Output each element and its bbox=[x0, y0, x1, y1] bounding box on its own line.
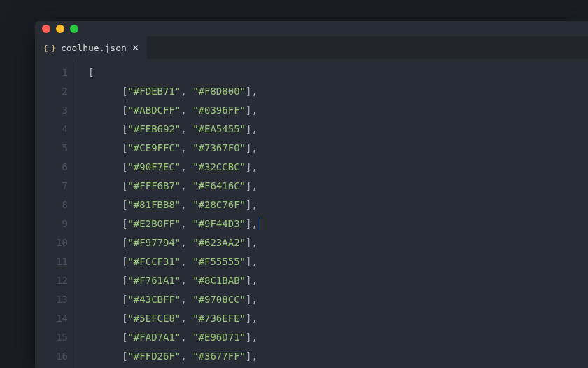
code-line[interactable]: ["#FCCF31", "#F55555"], bbox=[88, 252, 588, 271]
code-line[interactable]: ["#43CBFF", "#9708CC"], bbox=[88, 290, 588, 309]
code-line[interactable]: ["#FAD7A1", "#E96D71"], bbox=[88, 328, 588, 347]
line-number: 4 bbox=[35, 120, 68, 139]
comma: , bbox=[181, 256, 192, 267]
line-number: 10 bbox=[35, 233, 68, 252]
line-number: 9 bbox=[35, 214, 68, 233]
color-string: "#F8D800" bbox=[192, 86, 246, 97]
window-zoom-icon[interactable] bbox=[70, 25, 78, 33]
color-string: "#ABDCFF" bbox=[127, 104, 181, 116]
comma: , bbox=[181, 275, 192, 286]
window-minimize-icon[interactable] bbox=[56, 25, 64, 33]
tab-close-icon[interactable]: × bbox=[132, 42, 139, 53]
trailing-comma: , bbox=[251, 294, 257, 305]
color-string: "#7367F0" bbox=[192, 142, 246, 154]
line-number: 7 bbox=[35, 177, 68, 196]
color-string: "#43CBFF" bbox=[127, 294, 181, 305]
comma: , bbox=[181, 218, 192, 229]
tab-bar: { } coolhue.json × bbox=[35, 36, 588, 59]
color-string: "#FFD26F" bbox=[127, 350, 181, 362]
comma: , bbox=[181, 161, 192, 172]
line-number: 5 bbox=[35, 139, 68, 158]
line-number: 11 bbox=[35, 252, 68, 271]
line-number-gutter: 12345678910111213141516 bbox=[35, 59, 78, 368]
color-string: "#F55555" bbox=[192, 256, 246, 267]
window-close-icon[interactable] bbox=[42, 25, 50, 33]
code-line[interactable]: ["#ABDCFF", "#0396FF"], bbox=[88, 101, 588, 120]
line-number: 2 bbox=[35, 82, 68, 101]
color-string: "#5EFCE8" bbox=[127, 313, 181, 324]
code-line[interactable]: ["#F761A1", "#8C1BAB"], bbox=[88, 271, 588, 290]
line-number: 8 bbox=[35, 196, 68, 214]
comma: , bbox=[181, 350, 192, 362]
comma: , bbox=[181, 237, 192, 248]
trailing-comma: , bbox=[251, 199, 257, 210]
comma: , bbox=[181, 199, 192, 210]
code-line[interactable]: ["#FEB692", "#EA5455"], bbox=[88, 120, 588, 139]
code-content[interactable]: [["#FDEB71", "#F8D800"],["#ABDCFF", "#03… bbox=[78, 59, 588, 368]
code-line[interactable]: ["#CE9FFC", "#7367F0"], bbox=[88, 139, 588, 158]
line-number: 1 bbox=[35, 63, 68, 82]
color-string: "#FAD7A1" bbox=[127, 332, 181, 343]
color-string: "#E96D71" bbox=[192, 332, 246, 343]
trailing-comma: , bbox=[251, 86, 257, 97]
color-string: "#E2B0FF" bbox=[127, 218, 181, 229]
code-line[interactable]: [ bbox=[88, 63, 588, 82]
trailing-comma: , bbox=[251, 350, 257, 362]
comma: , bbox=[181, 104, 192, 116]
line-number: 16 bbox=[35, 347, 68, 366]
color-string: "#28C76F" bbox=[192, 199, 246, 210]
trailing-comma: , bbox=[251, 142, 257, 154]
color-string: "#3677FF" bbox=[192, 350, 246, 362]
comma: , bbox=[181, 123, 192, 135]
trailing-comma: , bbox=[251, 332, 257, 343]
line-number: 14 bbox=[35, 309, 68, 328]
titlebar bbox=[35, 21, 588, 36]
comma: , bbox=[181, 142, 192, 154]
color-string: "#FEB692" bbox=[127, 123, 181, 135]
comma: , bbox=[181, 86, 192, 97]
color-string: "#FFF6B7" bbox=[127, 180, 181, 191]
color-string: "#90F7EC" bbox=[127, 161, 181, 172]
code-line[interactable]: ["#90F7EC", "#32CCBC"], bbox=[88, 158, 588, 177]
code-line[interactable]: ["#F97794", "#623AA2"], bbox=[88, 233, 588, 252]
editor-area[interactable]: 12345678910111213141516 [["#FDEB71", "#F… bbox=[35, 59, 588, 368]
color-string: "#8C1BAB" bbox=[192, 275, 246, 286]
tab-coolhue-json[interactable]: { } coolhue.json × bbox=[35, 36, 147, 59]
color-string: "#FDEB71" bbox=[127, 86, 181, 97]
json-file-icon: { } bbox=[43, 43, 55, 53]
color-string: "#9F44D3" bbox=[192, 218, 246, 229]
comma: , bbox=[181, 180, 192, 191]
bracket-open: [ bbox=[88, 67, 94, 78]
color-string: "#623AA2" bbox=[192, 237, 246, 248]
color-string: "#9708CC" bbox=[192, 294, 246, 305]
color-string: "#736EFE" bbox=[192, 313, 246, 324]
editor-window: { } coolhue.json × 123456789101112131415… bbox=[35, 21, 588, 368]
comma: , bbox=[181, 313, 192, 324]
trailing-comma: , bbox=[251, 256, 257, 267]
comma: , bbox=[181, 332, 192, 343]
trailing-comma: , bbox=[251, 313, 257, 324]
code-line[interactable]: ["#FFD26F", "#3677FF"], bbox=[88, 347, 588, 366]
trailing-comma: , bbox=[251, 218, 257, 229]
trailing-comma: , bbox=[251, 104, 257, 116]
line-number: 12 bbox=[35, 271, 68, 290]
code-line[interactable]: ["#5EFCE8", "#736EFE"], bbox=[88, 309, 588, 328]
line-number: 3 bbox=[35, 101, 68, 120]
text-cursor bbox=[258, 217, 258, 230]
trailing-comma: , bbox=[251, 180, 257, 191]
comma: , bbox=[181, 294, 192, 305]
code-line[interactable]: ["#81FBB8", "#28C76F"], bbox=[88, 196, 588, 214]
trailing-comma: , bbox=[251, 237, 257, 248]
code-line[interactable]: ["#FFF6B7", "#F6416C"], bbox=[88, 177, 588, 196]
color-string: "#F6416C" bbox=[192, 180, 246, 191]
color-string: "#81FBB8" bbox=[127, 199, 181, 210]
color-string: "#32CCBC" bbox=[192, 161, 246, 172]
line-number: 15 bbox=[35, 328, 68, 347]
code-line[interactable]: ["#E2B0FF", "#9F44D3"], bbox=[88, 214, 588, 233]
color-string: "#F97794" bbox=[127, 237, 181, 248]
tab-filename: coolhue.json bbox=[61, 43, 127, 53]
color-string: "#FCCF31" bbox=[127, 256, 181, 267]
trailing-comma: , bbox=[251, 275, 257, 286]
code-line[interactable]: ["#FDEB71", "#F8D800"], bbox=[88, 82, 588, 101]
color-string: "#0396FF" bbox=[192, 104, 246, 116]
